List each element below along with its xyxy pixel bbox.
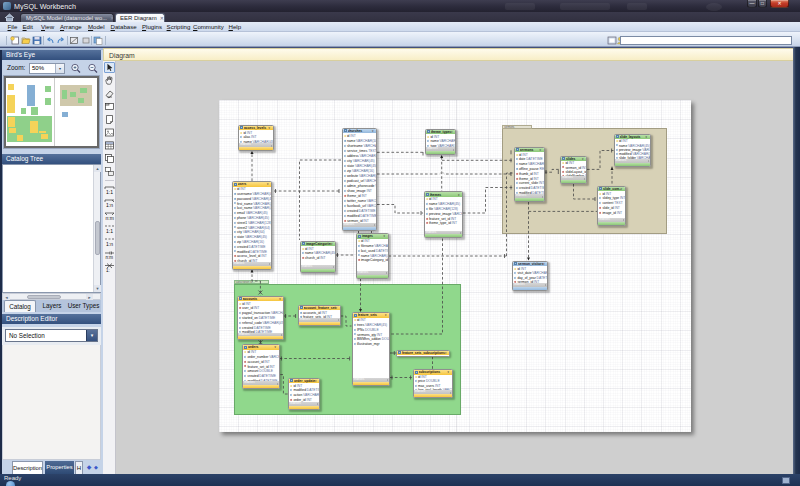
svg-text:n:m: n:m: [106, 215, 114, 221]
svg-text:1:1: 1:1: [106, 228, 113, 234]
svg-text:n:m: n:m: [106, 255, 114, 260]
svg-text:1:1: 1:1: [106, 189, 113, 195]
svg-text:1:n: 1:n: [106, 241, 113, 247]
svg-text:1:n: 1:n: [106, 202, 113, 208]
svg-text:1:: 1:: [106, 268, 110, 273]
